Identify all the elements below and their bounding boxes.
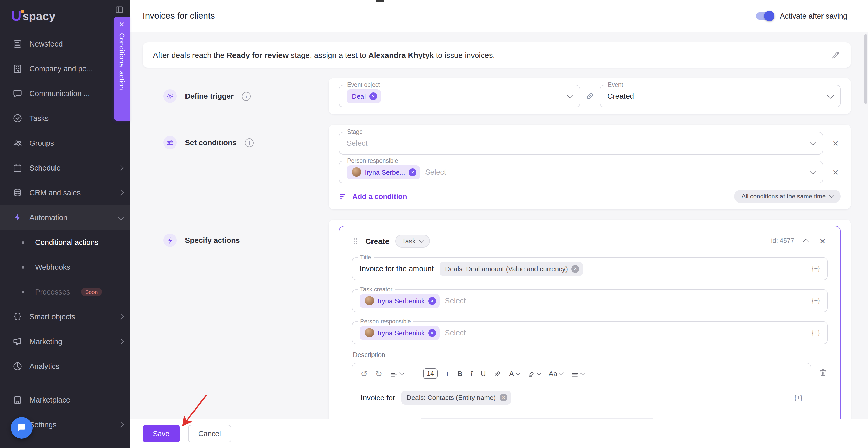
sidebar-item-crm[interactable]: CRM and sales: [0, 180, 130, 205]
responsible-chip[interactable]: Iryna Serbeniuk: [360, 326, 440, 340]
sidebar-item-webhooks[interactable]: Webhooks: [0, 255, 130, 279]
sidebar-item-newsfeed[interactable]: Newsfeed: [0, 32, 130, 56]
chat-button[interactable]: [11, 417, 33, 439]
underline-button[interactable]: U: [480, 369, 486, 378]
chevron-down-icon: [118, 215, 124, 221]
insert-token-button[interactable]: {+}: [807, 297, 820, 304]
italic-button[interactable]: I: [470, 369, 473, 378]
event-select[interactable]: Event Created: [599, 85, 841, 108]
sidebar-item-analytics[interactable]: Analytics: [0, 354, 130, 379]
highlight-button[interactable]: [527, 370, 541, 378]
increase-font-button[interactable]: +: [445, 369, 450, 378]
marketing-icon: [12, 336, 23, 347]
smart-objects-icon: [12, 311, 23, 322]
company-icon: [12, 64, 23, 74]
sidebar-item-tasks[interactable]: Tasks: [0, 106, 130, 131]
title-merge-chip[interactable]: Deals: Deal amount (Value and currency): [440, 262, 583, 276]
align-justify-button[interactable]: [571, 370, 584, 378]
align-left-button[interactable]: [390, 370, 404, 378]
chip-remove-icon[interactable]: [499, 394, 507, 401]
description-editor[interactable]: ↺ ↻ − 14 + B: [352, 363, 811, 419]
sidebar-item-label: CRM and sales: [29, 188, 81, 197]
add-condition-button[interactable]: Add a condition: [339, 192, 407, 201]
action-verb: Create: [365, 236, 389, 245]
save-button[interactable]: Save: [143, 425, 180, 442]
remove-condition-icon[interactable]: [830, 138, 841, 148]
conditional-action-tab[interactable]: ✕ Conditional action: [114, 17, 130, 121]
edit-pencil-icon[interactable]: [831, 50, 841, 60]
insert-token-button[interactable]: {+}: [807, 265, 820, 272]
chevron-down-icon: [810, 139, 816, 145]
text-color-button[interactable]: A: [509, 369, 520, 378]
chip-remove-icon[interactable]: [571, 265, 579, 273]
chip-remove-icon[interactable]: [369, 92, 377, 100]
task-creator-field[interactable]: Task creator Iryna Serbeniuk Select {+}: [352, 289, 828, 312]
sidebar-item-marketing[interactable]: Marketing: [0, 329, 130, 354]
step-define-trigger: Define trigger: [163, 89, 251, 103]
remove-condition-icon[interactable]: [830, 167, 841, 177]
remove-action-icon[interactable]: [817, 236, 828, 246]
insert-token-button[interactable]: {+}: [807, 329, 820, 336]
person-chip[interactable]: Iryna Serbe...: [347, 165, 420, 179]
toggle-knob: [765, 10, 775, 21]
description-merge-chip[interactable]: Deals: Contacts (Entity name): [401, 391, 511, 405]
chip-remove-icon[interactable]: [428, 297, 436, 305]
task-title-field[interactable]: Title Invoice for the amount Deals: Deal…: [352, 257, 828, 280]
chip-remove-icon[interactable]: [409, 168, 416, 176]
collapse-action-icon[interactable]: [802, 238, 809, 245]
sidebar-collapse-icon[interactable]: [115, 5, 124, 14]
stage-select[interactable]: Stage Select: [339, 132, 823, 154]
bullet-icon: [22, 241, 24, 244]
sidebar-item-marketplace[interactable]: Marketplace: [0, 388, 130, 412]
uspacy-logo[interactable]: U spacy: [0, 0, 130, 29]
step-set-conditions: Set conditions: [163, 136, 254, 149]
sidebar-item-automation[interactable]: Automation: [0, 205, 130, 230]
sidebar-item-smart-objects[interactable]: Smart objects: [0, 304, 130, 329]
conditions-mode-select[interactable]: All conditions at the same time: [735, 190, 841, 203]
scrollbar-thumb[interactable]: [864, 34, 867, 104]
cancel-button[interactable]: Cancel: [188, 425, 231, 442]
bullet-icon: [22, 266, 24, 268]
info-icon[interactable]: [245, 138, 254, 147]
creator-chip[interactable]: Iryna Serbeniuk: [360, 294, 440, 308]
sidebar-item-processes[interactable]: ProcessesSoon: [0, 279, 130, 304]
insert-token-button[interactable]: {+}: [795, 394, 802, 401]
delete-description-icon[interactable]: [818, 368, 828, 419]
decrease-font-button[interactable]: −: [411, 369, 415, 378]
drag-handle-icon[interactable]: [352, 237, 360, 245]
person-responsible-select[interactable]: Person responsible Iryna Serbe... Select: [339, 161, 823, 183]
info-icon[interactable]: [242, 92, 251, 100]
steps-column: Define trigger Set conditions: [143, 78, 329, 419]
newsfeed-icon: [12, 39, 23, 49]
sidebar-item-label: Schedule: [29, 164, 61, 172]
chevron-down-icon: [829, 193, 834, 198]
sidebar-item-schedule[interactable]: Schedule: [0, 155, 130, 180]
sidebar-item-communication[interactable]: Communication ...: [0, 81, 130, 106]
text-case-button[interactable]: Aa: [549, 369, 563, 378]
sidebar-item-company[interactable]: Company and pe...: [0, 56, 130, 81]
sidebar-item-label: Analytics: [29, 362, 59, 370]
chevron-right-icon: [118, 314, 124, 320]
font-size-value[interactable]: 14: [423, 368, 438, 379]
editor-body[interactable]: Invoice for Deals: Contacts (Entity name…: [352, 384, 811, 419]
undo-icon[interactable]: ↺: [361, 369, 368, 379]
chip-remove-icon[interactable]: [428, 329, 436, 337]
chat-icon: [17, 423, 27, 433]
insert-link-button[interactable]: [494, 370, 501, 378]
summary-card: After deals reach the Ready for review s…: [143, 42, 851, 68]
automation-title-input[interactable]: Invoices for clients: [143, 10, 217, 21]
redo-icon[interactable]: ↻: [375, 369, 382, 379]
avatar: [365, 296, 374, 305]
bold-button[interactable]: B: [457, 369, 462, 378]
activate-toggle[interactable]: [756, 12, 774, 19]
sidebar-item-groups[interactable]: Groups: [0, 131, 130, 155]
task-responsible-field[interactable]: Person responsible Iryna Serbeniuk Selec…: [352, 321, 828, 344]
close-icon[interactable]: ✕: [119, 21, 125, 28]
crm-icon: [12, 187, 23, 198]
event-object-chip[interactable]: Deal: [347, 89, 381, 103]
sidebar-item-label: Automation: [29, 213, 67, 222]
event-object-select[interactable]: Event object Deal: [339, 85, 580, 108]
chevron-right-icon: [118, 339, 124, 345]
sidebar-item-conditional-actions[interactable]: Conditional actions: [0, 230, 130, 255]
action-type-select[interactable]: Task: [395, 234, 430, 247]
